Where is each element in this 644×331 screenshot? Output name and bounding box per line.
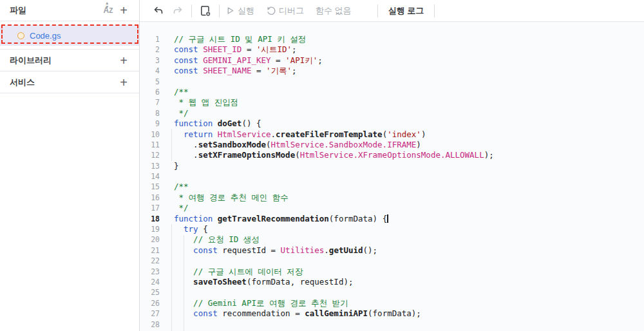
files-sidebar: 파일 AZ▴▾ + Code.gs 라이브러리 + 서비스 + — [0, 0, 140, 331]
line-number[interactable]: 26 — [140, 298, 160, 308]
line-number[interactable]: 12 — [140, 150, 160, 160]
line-number[interactable]: 2 — [140, 44, 160, 55]
line-number[interactable]: 23 — [140, 267, 160, 277]
sidebar-item-services: 서비스 + — [0, 71, 139, 93]
libraries-label: 라이브러리 — [10, 55, 116, 66]
code-line[interactable]: */ — [174, 203, 494, 213]
execution-log-label: 실행 로그 — [388, 5, 424, 17]
code-line[interactable]: const GEMINI_API_KEY = 'API키'; — [174, 55, 494, 66]
code-line[interactable] — [174, 287, 494, 298]
code-line[interactable]: return HtmlService.createFileFromTemplat… — [174, 129, 494, 140]
line-number[interactable]: 28 — [140, 319, 160, 330]
run-button[interactable]: 실행 — [226, 5, 254, 17]
code-line[interactable]: // Gemini API로 여행 경로 추천 받기 — [174, 298, 494, 308]
file-name: Code.gs — [30, 31, 61, 41]
code-line[interactable] — [174, 171, 494, 182]
code-line[interactable]: .setSandboxMode(HtmlService.SandboxMode.… — [174, 140, 494, 150]
code-line[interactable]: // 구글 시트 ID 및 API 키 설정 — [174, 34, 494, 44]
undo-icon — [153, 5, 164, 17]
redo-icon — [172, 5, 184, 17]
code-line[interactable]: function doGet() { — [174, 118, 494, 129]
editor-main: 실행 디버그 함수 없음 실행 로그 1234567 — [140, 0, 644, 331]
debug-icon — [266, 6, 276, 15]
gs-file-icon — [17, 32, 24, 39]
line-number[interactable]: 15 — [140, 182, 160, 192]
execution-log-button[interactable]: 실행 로그 — [388, 5, 424, 17]
toolbar-divider — [434, 5, 435, 17]
code-line[interactable]: const SHEET_ID = '시트ID'; — [174, 44, 494, 55]
services-label: 서비스 — [10, 77, 116, 88]
function-selector-label: 함수 없음 — [316, 5, 352, 17]
plus-icon: + — [120, 76, 128, 89]
save-icon — [199, 5, 212, 17]
az-sort-icon: AZ▴▾ — [104, 6, 113, 15]
code-line[interactable]: /** — [174, 87, 494, 97]
debug-label: 디버그 — [279, 5, 304, 17]
undo-button[interactable] — [151, 4, 166, 18]
add-file-button[interactable]: + — [116, 3, 131, 18]
line-number[interactable]: 6 — [140, 87, 160, 97]
line-number[interactable]: 24 — [140, 277, 160, 287]
line-number[interactable]: 7 — [140, 97, 160, 108]
files-header: 파일 AZ▴▾ + — [0, 0, 139, 21]
line-number[interactable]: 10 — [140, 129, 160, 140]
plus-icon: + — [120, 4, 128, 17]
line-number-gutter: 1234567891011121314151617181920212223242… — [140, 34, 160, 330]
redo-button[interactable] — [171, 4, 185, 18]
line-number[interactable]: 20 — [140, 234, 160, 245]
line-number[interactable]: 19 — [140, 224, 160, 234]
code-line[interactable] — [174, 256, 494, 266]
line-number[interactable]: 9 — [140, 118, 160, 129]
code-line[interactable]: const requestId = Utilities.getUuid(); — [174, 245, 494, 256]
code-lines: // 구글 시트 ID 및 API 키 설정const SHEET_ID = '… — [160, 34, 494, 330]
code-editor[interactable]: 1234567891011121314151617181920212223242… — [140, 22, 644, 331]
line-number[interactable]: 1 — [140, 34, 160, 44]
line-number[interactable]: 27 — [140, 308, 160, 319]
code-line[interactable]: * 여행 경로 추천 메인 함수 — [174, 193, 494, 203]
line-number[interactable]: 14 — [140, 171, 160, 182]
code-line[interactable]: const recommendation = callGeminiAPI(for… — [174, 308, 494, 319]
code-line[interactable]: */ — [174, 108, 494, 118]
line-number[interactable]: 5 — [140, 77, 160, 87]
add-library-button[interactable]: + — [116, 53, 131, 68]
file-item-code-gs[interactable]: Code.gs — [0, 25, 139, 46]
code-line[interactable]: try { — [174, 224, 494, 234]
line-number[interactable]: 11 — [140, 140, 160, 150]
sort-files-button[interactable]: AZ▴▾ — [100, 3, 116, 18]
function-selector-dropdown[interactable]: 함수 없음 — [316, 5, 352, 17]
code-line[interactable]: // 요청 ID 생성 — [174, 234, 494, 245]
line-number[interactable]: 13 — [140, 161, 160, 171]
plus-icon: + — [120, 54, 128, 67]
code-scroller: 1234567891011121314151617181920212223242… — [140, 34, 644, 330]
toolbar-divider — [377, 5, 378, 17]
toolbar-divider — [191, 5, 192, 17]
apps-script-editor: 파일 AZ▴▾ + Code.gs 라이브러리 + 서비스 + — [0, 0, 644, 331]
code-line[interactable]: function getTravelRecommendation(formDat… — [174, 214, 494, 224]
toolbar-divider — [219, 5, 220, 17]
code-line[interactable]: saveToSheet(formData, requestId); — [174, 277, 494, 287]
line-number[interactable]: 21 — [140, 245, 160, 256]
code-line[interactable] — [174, 77, 494, 87]
code-line[interactable]: // 구글 시트에 데이터 저장 — [174, 267, 494, 277]
code-line[interactable]: const SHEET_NAME = '기록'; — [174, 66, 494, 76]
files-header-label: 파일 — [10, 5, 100, 16]
editor-toolbar: 실행 디버그 함수 없음 실행 로그 — [140, 0, 644, 22]
code-line[interactable]: * 웹 앱 진입점 — [174, 97, 494, 108]
line-number[interactable]: 3 — [140, 55, 160, 66]
add-service-button[interactable]: + — [116, 75, 131, 90]
line-number[interactable]: 16 — [140, 193, 160, 203]
run-label: 실행 — [238, 5, 254, 17]
save-project-button[interactable] — [198, 4, 213, 18]
line-number[interactable]: 17 — [140, 203, 160, 213]
code-line[interactable]: .setXFrameOptionsMode(HtmlService.XFrame… — [174, 150, 494, 160]
line-number[interactable]: 22 — [140, 256, 160, 266]
line-number[interactable]: 4 — [140, 66, 160, 76]
line-number[interactable]: 18 — [140, 214, 160, 224]
code-line[interactable]: /** — [174, 182, 494, 192]
line-number[interactable]: 25 — [140, 287, 160, 298]
code-line[interactable]: } — [174, 161, 494, 171]
code-line[interactable] — [174, 319, 494, 330]
debug-button[interactable]: 디버그 — [266, 5, 304, 17]
sidebar-item-libraries: 라이브러리 + — [0, 50, 139, 71]
line-number[interactable]: 8 — [140, 108, 160, 118]
